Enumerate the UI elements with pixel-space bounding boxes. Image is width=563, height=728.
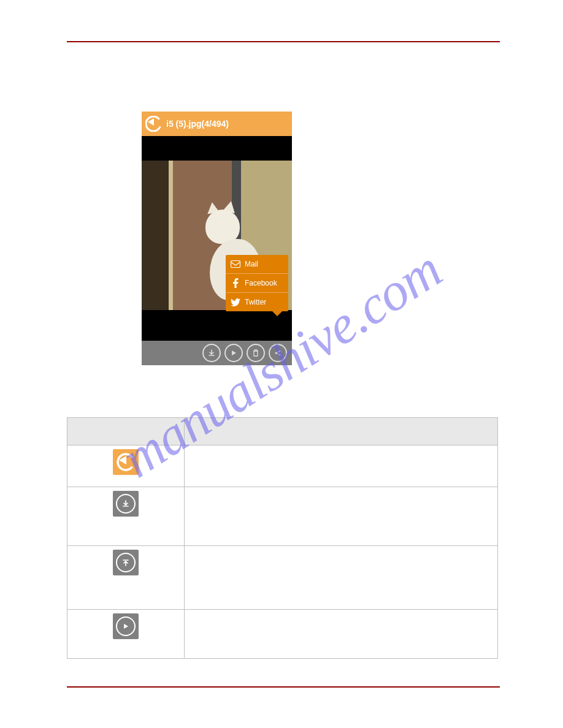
table-row: [67, 487, 498, 546]
table-row: [67, 446, 498, 487]
table-desc: [185, 446, 498, 487]
table-desc: [185, 487, 498, 546]
top-rule: [67, 41, 500, 42]
share-twitter[interactable]: Twitter: [226, 293, 288, 311]
table-header-desc: [185, 418, 498, 446]
share-mail-label: Mail: [245, 260, 258, 268]
back-icon[interactable]: [144, 115, 163, 133]
app-header: i5 (5).jpg(4/494): [142, 112, 292, 136]
svg-marker-3: [232, 351, 236, 355]
share-facebook-label: Facebook: [245, 279, 277, 287]
table-desc: [185, 546, 498, 610]
share-twitter-label: Twitter: [245, 298, 266, 306]
facebook-icon: [229, 278, 242, 288]
back-icon: [113, 449, 139, 475]
file-title: i5 (5).jpg(4/494): [166, 119, 292, 129]
svg-marker-1: [148, 118, 154, 126]
svg-marker-9: [124, 624, 128, 629]
twitter-icon: [229, 298, 242, 306]
download-icon: [113, 491, 139, 517]
table-desc: [185, 610, 498, 659]
upload-icon: [113, 550, 139, 575]
svg-rect-2: [231, 261, 240, 268]
bottom-rule: [67, 686, 500, 688]
share-icon[interactable]: [269, 344, 287, 362]
share-popover: Mail Facebook Twit: [226, 255, 288, 311]
table-header-row: [67, 418, 498, 446]
table-row: [67, 610, 498, 659]
share-facebook[interactable]: Facebook: [226, 274, 288, 293]
table-row: [67, 546, 498, 610]
photo-viewport: Mail Facebook Twit: [142, 136, 292, 341]
screenshot: i5 (5).jpg(4/494): [142, 112, 292, 365]
toolbar: [142, 341, 292, 365]
icon-table: [67, 417, 498, 659]
mail-icon: [229, 260, 242, 268]
delete-icon[interactable]: [247, 344, 265, 362]
table-header-icon: [67, 418, 185, 446]
share-mail[interactable]: Mail: [226, 255, 288, 274]
play-icon: [113, 613, 139, 639]
play-icon[interactable]: [224, 344, 243, 362]
download-icon[interactable]: [202, 344, 221, 362]
